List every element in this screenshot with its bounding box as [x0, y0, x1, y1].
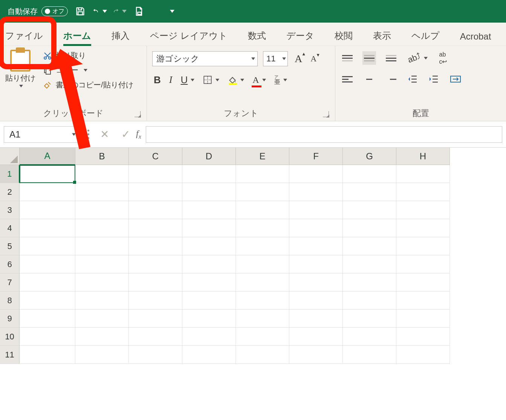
cell[interactable] — [75, 183, 129, 201]
cell[interactable] — [343, 346, 396, 364]
cell[interactable] — [129, 273, 182, 292]
column-header[interactable]: G — [343, 148, 396, 165]
tab-data[interactable]: データ — [285, 27, 316, 46]
fill-color-button[interactable] — [226, 73, 246, 87]
font-name-select[interactable]: 游ゴシック — [152, 51, 258, 66]
cell[interactable] — [289, 328, 343, 346]
increase-font-button[interactable]: A▲ — [293, 52, 304, 66]
cell[interactable] — [75, 273, 129, 292]
cell[interactable] — [182, 310, 236, 328]
cell[interactable] — [129, 346, 182, 364]
cell[interactable] — [236, 183, 289, 201]
font-color-button[interactable]: A — [251, 73, 267, 87]
fx-icon[interactable]: fx — [136, 128, 141, 140]
cell[interactable] — [75, 346, 129, 364]
cell[interactable] — [396, 346, 450, 364]
cell[interactable] — [129, 310, 182, 328]
cell[interactable] — [182, 183, 236, 201]
cell[interactable] — [343, 201, 396, 219]
cell[interactable] — [182, 346, 236, 364]
tab-help[interactable]: ヘルプ — [410, 27, 441, 46]
column-header[interactable]: C — [129, 148, 182, 165]
cell[interactable] — [182, 255, 236, 273]
cell[interactable] — [182, 292, 236, 310]
phonetic-guide-button[interactable]: ア亜 — [273, 73, 289, 87]
cell[interactable] — [343, 310, 396, 328]
align-right-button[interactable] — [384, 72, 398, 86]
paste-button[interactable]: 貼り付け — [5, 47, 35, 90]
cell[interactable] — [20, 346, 75, 364]
column-header[interactable]: H — [396, 148, 450, 165]
cell[interactable] — [236, 273, 289, 292]
row-header[interactable]: 11 — [0, 346, 20, 364]
cell[interactable] — [236, 201, 289, 219]
cell[interactable] — [75, 310, 129, 328]
cell[interactable] — [343, 255, 396, 273]
row-header[interactable]: 8 — [0, 292, 20, 310]
row-header[interactable]: 3 — [0, 201, 20, 219]
row-header[interactable]: 7 — [0, 273, 20, 292]
cell[interactable] — [129, 255, 182, 273]
merge-center-button[interactable] — [448, 72, 463, 86]
tab-file[interactable]: ファイル — [4, 27, 44, 46]
cell[interactable] — [396, 310, 450, 328]
cell[interactable] — [129, 237, 182, 255]
cell[interactable] — [343, 219, 396, 237]
dialog-launcher-icon[interactable] — [323, 111, 329, 117]
cell[interactable] — [236, 165, 289, 183]
cell[interactable] — [75, 328, 129, 346]
decrease-indent-button[interactable] — [406, 72, 419, 86]
cell[interactable] — [289, 273, 343, 292]
cell[interactable] — [236, 237, 289, 255]
name-box[interactable]: A1 — [4, 126, 79, 143]
autosave-toggle[interactable]: オフ — [41, 6, 68, 16]
column-header[interactable]: A — [20, 148, 75, 165]
bold-button[interactable]: B — [152, 73, 162, 87]
copy-button[interactable]: コピー — [43, 65, 133, 75]
cell[interactable] — [289, 346, 343, 364]
cell[interactable] — [75, 219, 129, 237]
cell[interactable] — [75, 255, 129, 273]
row-header[interactable]: 9 — [0, 310, 20, 328]
column-header[interactable]: F — [289, 148, 343, 165]
cell[interactable] — [289, 292, 343, 310]
customize-qat-button[interactable] — [164, 4, 178, 18]
cell[interactable] — [289, 183, 343, 201]
cell[interactable] — [289, 165, 343, 183]
cell[interactable] — [20, 219, 75, 237]
cell[interactable] — [182, 273, 236, 292]
column-header[interactable]: D — [182, 148, 236, 165]
cell[interactable] — [129, 183, 182, 201]
cell[interactable] — [182, 165, 236, 183]
tab-acrobat[interactable]: Acrobat — [459, 28, 493, 46]
column-header[interactable]: E — [236, 148, 289, 165]
cell[interactable] — [75, 165, 129, 183]
cell[interactable] — [396, 201, 450, 219]
cell[interactable] — [343, 183, 396, 201]
cell[interactable] — [396, 165, 450, 183]
cell[interactable] — [182, 237, 236, 255]
format-painter-button[interactable]: 書式のコピー/貼り付け — [43, 80, 133, 90]
cell[interactable] — [396, 273, 450, 292]
cell[interactable] — [129, 328, 182, 346]
cell[interactable] — [129, 165, 182, 183]
cell[interactable] — [236, 292, 289, 310]
cell[interactable] — [396, 292, 450, 310]
cell[interactable] — [236, 328, 289, 346]
cell[interactable] — [20, 201, 75, 219]
align-middle-button[interactable] — [362, 51, 376, 65]
undo-button[interactable] — [93, 4, 107, 18]
cell[interactable] — [396, 255, 450, 273]
cell[interactable] — [129, 292, 182, 310]
cell[interactable] — [236, 255, 289, 273]
wrap-text-button[interactable]: abc↩ — [437, 51, 448, 65]
increase-indent-button[interactable] — [427, 72, 440, 86]
cell[interactable] — [20, 292, 75, 310]
formula-input[interactable] — [146, 126, 502, 143]
cell[interactable] — [20, 273, 75, 292]
cell[interactable] — [75, 237, 129, 255]
redo-button[interactable] — [112, 4, 127, 18]
row-header[interactable]: 10 — [0, 328, 20, 346]
tab-formulas[interactable]: 数式 — [246, 27, 268, 46]
tab-view[interactable]: 表示 — [371, 27, 393, 46]
